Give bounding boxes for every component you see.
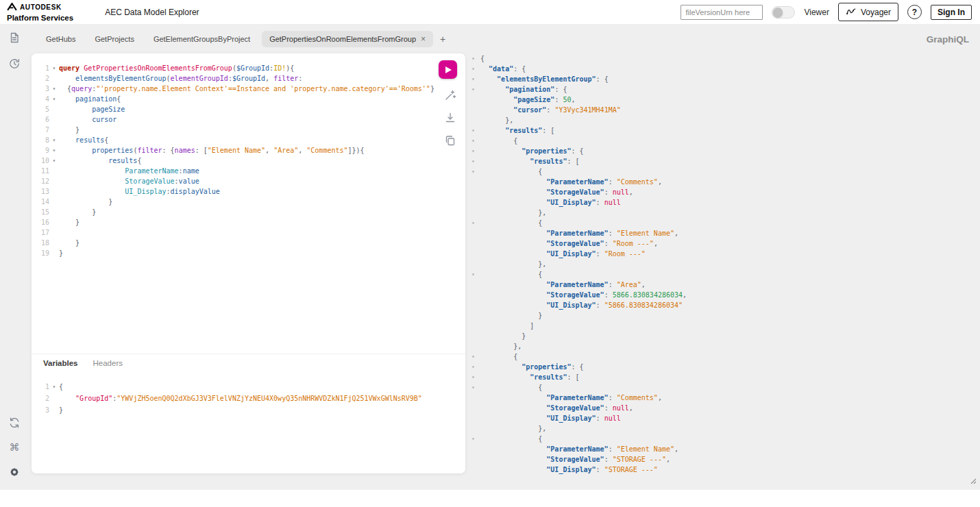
line-number: 5 [32,104,49,114]
fold-toggle-icon[interactable]: ▾ [49,145,59,156]
code-text: {query:"'property.name.Element Context'=… [59,84,434,94]
fold-gutter [49,166,59,176]
tab-GetPropertiesOnRoomElementsFromGroup[interactable]: GetPropertiesOnRoomElementsFromGroup× [262,31,433,47]
fold-toggle-icon[interactable]: ▾ [471,146,480,156]
fold-toggle-icon[interactable]: ▾ [471,74,480,84]
code-line: 13 UI_Display:displayValue [32,186,434,197]
toggle-knob-icon [773,8,783,17]
tab-label: GetElementGroupsByProject [154,35,250,43]
code-text: { [480,434,542,444]
settings-gear-icon[interactable] [8,466,21,478]
copy-icon[interactable] [444,134,456,147]
fold-gutter [471,187,480,197]
tab-GetHubs[interactable]: GetHubs [38,31,83,47]
keyboard-shortcuts-icon[interactable]: ⌘ [8,441,21,454]
file-version-urn-input[interactable] [681,5,763,20]
fold-toggle-icon[interactable]: ▾ [471,269,480,280]
fold-toggle-icon[interactable]: ▾ [471,53,480,64]
fold-toggle-icon[interactable]: ▾ [49,156,59,166]
code-line: }, [471,115,969,125]
tab-GetProjects[interactable]: GetProjects [87,31,141,47]
fold-toggle-icon[interactable]: ▾ [471,372,480,382]
code-text: results{ [59,135,108,145]
code-text: "StorageValue": null, [480,403,633,413]
code-text: pagination{ [59,94,121,104]
variables-editor[interactable]: 1▾{2 "GroupId":"YWVjZH5oenQ0Q2dXbGJ3V3Fl… [32,381,452,416]
fold-gutter [471,249,480,259]
fold-toggle-icon[interactable]: ▾ [471,382,480,393]
help-button[interactable]: ? [907,5,922,19]
code-text: "ParameterName": "Comments", [480,393,662,403]
fold-toggle-icon[interactable]: ▾ [471,136,480,146]
line-number: 2 [32,73,49,84]
fold-gutter [49,73,59,84]
code-line: ▾ "results": [ [471,156,969,166]
code-line: 15 } [32,207,434,217]
secondary-tab-variables[interactable]: Variables [43,359,78,367]
editor-divider [32,354,465,354]
fold-toggle-icon[interactable]: ▾ [471,84,480,95]
query-editor[interactable]: 1▾query GetPropertiesOnRoomElementsFromG… [32,63,434,258]
code-line: ▾ { [471,218,969,228]
history-icon[interactable] [8,58,21,70]
execute-button[interactable] [439,60,457,79]
code-text: "ParameterName": "Comments", [480,177,662,187]
prettify-icon[interactable] [444,89,456,101]
code-text: } [59,248,63,258]
code-text: }, [480,341,522,351]
docs-icon[interactable] [8,32,21,44]
code-text: } [59,217,79,227]
top-header: AUTODESK Platform Services AEC Data Mode… [0,0,980,25]
fold-gutter [471,310,480,321]
tab-GetElementGroupsByProject[interactable]: GetElementGroupsByProject [146,31,258,47]
refetch-schema-icon[interactable] [8,417,21,429]
fold-gutter [49,238,59,248]
code-text: } [59,238,79,248]
sign-in-button[interactable]: Sign In [931,5,972,20]
code-line: 11 ParameterName:name [32,166,434,176]
fold-toggle-icon[interactable]: ▾ [471,64,480,74]
resize-handle-icon[interactable] [969,475,977,487]
tab-close-icon[interactable]: × [421,35,426,43]
tab-bar: GetHubsGetProjectsGetElementGroupsByProj… [29,25,898,53]
code-line: 8▾ results{ [32,135,434,145]
fold-toggle-icon[interactable]: ▾ [49,84,59,94]
fold-toggle-icon[interactable]: ▾ [471,362,480,372]
fold-gutter [471,177,480,187]
fold-toggle-icon[interactable]: ▾ [471,125,480,136]
fold-toggle-icon[interactable]: ▾ [471,166,480,177]
fold-toggle-icon[interactable]: ▾ [471,434,480,444]
fold-toggle-icon[interactable]: ▾ [49,135,59,145]
fold-toggle-icon[interactable]: ▾ [471,156,480,166]
code-text: "elementsByElementGroup": { [480,74,609,84]
viewer-toggle[interactable] [772,6,795,18]
fold-gutter [471,331,480,341]
code-text: elementsByElementGroup(elementGroupId:$G… [59,73,302,84]
line-number: 16 [32,217,49,227]
add-tab-button[interactable]: + [440,34,445,45]
code-line: ▾ "elementsByElementGroup": { [471,74,969,84]
editor-panel: 1▾query GetPropertiesOnRoomElementsFromG… [32,53,465,473]
response-panel[interactable]: ▾{▾ "data": {▾ "elementsByElementGroup":… [471,53,969,477]
line-number: 6 [32,114,49,125]
fold-gutter [49,393,59,404]
editor-toolbar [444,89,456,147]
fold-toggle-icon[interactable]: ▾ [49,63,59,73]
code-text: properties(filter: {names: ["Element Nam… [59,145,365,156]
code-line: 4▾ pagination{ [32,94,434,104]
code-line: 14 } [32,197,434,207]
code-text: } [480,331,526,341]
merge-icon[interactable] [444,112,456,124]
fold-toggle-icon[interactable]: ▾ [49,94,59,104]
fold-toggle-icon[interactable]: ▾ [471,351,480,362]
fold-gutter [471,300,480,310]
fold-gutter [471,341,480,351]
voyager-button[interactable]: Voyager [838,3,898,21]
code-line: 7 } [32,125,434,135]
fold-toggle-icon[interactable]: ▾ [49,381,59,393]
code-line: ▾{ [471,53,969,64]
fold-toggle-icon[interactable]: ▾ [471,218,480,228]
fold-gutter [471,413,480,423]
secondary-tab-headers[interactable]: Headers [93,359,123,367]
voyager-icon [846,5,857,18]
